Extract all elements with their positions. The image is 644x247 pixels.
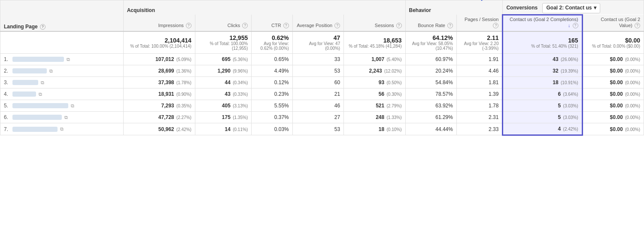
bounce-rate-help-icon[interactable]: ?	[447, 23, 453, 28]
landing-page-help-icon[interactable]: ?	[40, 24, 46, 30]
table-row: 3. ⧉ 37,398 (1.78%) 44 (0.34%) 0.12% 60 …	[0, 77, 644, 88]
row-clicks: 44 (0.34%)	[195, 77, 251, 88]
clicks-help-icon[interactable]: ?	[242, 23, 248, 28]
row-pages-session: 1.81	[456, 77, 503, 88]
copy-icon[interactable]: ⧉	[64, 115, 68, 120]
avg-position-help-icon[interactable]: ?	[334, 23, 340, 28]
table-row: 1. ⧉ 107,012 (5.09%) 695 (5.36%) 0.65% 3…	[0, 54, 644, 65]
row-sessions: 2,243 (12.02%)	[344, 65, 405, 77]
row-clicks: 43 (0.33%)	[195, 88, 251, 100]
pages-session-header: Pages / Session ?	[456, 15, 503, 31]
row-avg-position: 27	[292, 112, 343, 123]
table-body: 1. ⧉ 107,012 (5.09%) 695 (5.36%) 0.65% 3…	[0, 54, 644, 135]
row-pages-session: 2.31	[456, 112, 503, 123]
row-ctr: 0.65%	[252, 54, 293, 65]
landing-page-url[interactable]	[12, 68, 47, 73]
clicks-header: Clicks ?	[195, 15, 251, 31]
chevron-down-icon: ▾	[594, 5, 596, 12]
copy-icon[interactable]: ⧉	[39, 91, 42, 97]
goal-value-help-icon[interactable]: ?	[635, 23, 640, 28]
row-bounce-rate: 44.44%	[405, 123, 456, 135]
row-landing-cell: 4. ⧉	[0, 88, 124, 100]
row-impressions: 37,398 (1.78%)	[123, 77, 195, 88]
behavior-group-header: Behavior	[405, 0, 503, 15]
ctr-header: CTR ?	[252, 15, 293, 31]
row-sessions: 18 (0.10%)	[344, 123, 405, 135]
row-completions: 5 (3.03%)	[503, 100, 582, 112]
totals-bounce: 64.12% Avg for View: 58.05% (10.47%)	[405, 31, 456, 54]
impressions-help-icon[interactable]: ?	[186, 23, 191, 28]
row-goal-value: $0.00 (0.00%)	[582, 112, 644, 123]
row-completions: 5 (3.03%)	[503, 112, 582, 123]
pages-session-help-icon[interactable]: ?	[493, 23, 498, 28]
impressions-header: Impressions ?	[123, 15, 195, 31]
row-bounce-rate: 60.97%	[405, 54, 456, 65]
row-sessions: 248 (1.33%)	[344, 112, 405, 123]
completions-help-icon[interactable]: ?	[573, 23, 578, 28]
row-ctr: 5.55%	[252, 100, 293, 112]
row-pages-session: 1.39	[456, 88, 503, 100]
totals-clicks: 12,955 % of Total: 100.00% (12,955)	[195, 31, 251, 54]
totals-row: 2,104,414 % of Total: 100.00% (2,104,414…	[0, 31, 644, 54]
totals-landing-cell	[0, 31, 124, 54]
row-pages-session: 1.91	[456, 54, 503, 65]
copy-icon[interactable]: ⧉	[60, 126, 64, 132]
analytics-table-wrapper: Landing Page ? Acquisition Behavior	[0, 0, 644, 136]
row-avg-position: 53	[292, 65, 343, 77]
row-avg-position: 53	[292, 123, 343, 135]
row-ctr: 0.23%	[252, 88, 293, 100]
totals-pages: 2.11 Avg for View: 2.20 (-3.99%)	[456, 31, 503, 54]
row-ctr: 0.12%	[252, 77, 293, 88]
totals-avg-position: 47 Avg for View: 47 (0.00%)	[292, 31, 343, 54]
sessions-help-icon[interactable]: ?	[396, 23, 402, 28]
row-bounce-rate: 78.57%	[405, 88, 456, 100]
landing-page-url[interactable]	[12, 91, 36, 97]
landing-page-url[interactable]	[12, 115, 62, 120]
row-number: 1.	[4, 56, 10, 62]
row-avg-position: 46	[292, 100, 343, 112]
totals-goal-value: $0.00 % of Total: 0.00% ($0.00)	[582, 31, 644, 54]
row-avg-position: 33	[292, 54, 343, 65]
row-landing-cell: 3. ⧉	[0, 77, 124, 88]
row-impressions: 18,931 (0.90%)	[123, 88, 195, 100]
ctr-help-icon[interactable]: ?	[283, 23, 289, 28]
copy-icon[interactable]: ⧉	[49, 68, 53, 74]
group-header-row: Landing Page ? Acquisition Behavior	[0, 0, 644, 15]
row-number: 5.	[4, 103, 10, 109]
row-impressions: 107,012 (5.09%)	[123, 54, 195, 65]
bounce-rate-header: Bounce Rate ?	[405, 15, 456, 31]
row-ctr: 0.03%	[252, 123, 293, 135]
copy-icon[interactable]: ⧉	[41, 80, 44, 85]
row-completions: 43 (26.06%)	[503, 54, 582, 65]
row-clicks: 695 (5.36%)	[195, 54, 251, 65]
row-avg-position: 21	[292, 88, 343, 100]
row-clicks: 14 (0.11%)	[195, 123, 251, 135]
totals-impressions: 2,104,414 % of Total: 100.00% (2,104,414…	[123, 31, 195, 54]
goal-dropdown[interactable]: Goal 2: Contact us ▾	[542, 3, 600, 13]
copy-icon[interactable]: ⧉	[71, 103, 74, 109]
sort-down-icon: ↓	[568, 23, 571, 28]
row-avg-position: 60	[292, 77, 343, 88]
table-row: 5. ⧉ 7,293 (0.35%) 405 (3.13%) 5.55% 46 …	[0, 100, 644, 112]
totals-ctr: 0.62% Avg for View: 0.62% (0.00%)	[252, 31, 293, 54]
table-row: 7. ⧉ 50,962 (2.42%) 14 (0.11%) 0.03% 53 …	[0, 123, 644, 135]
row-clicks: 1,290 (9.96%)	[195, 65, 251, 77]
row-goal-value: $0.00 (0.00%)	[582, 77, 644, 88]
copy-icon[interactable]: ⧉	[67, 57, 70, 62]
row-completions: 4 (2.42%)	[503, 123, 582, 135]
completions-header: Contact us (Goal 2 Completions) ↓ ?	[503, 15, 582, 31]
table-row: 2. ⧉ 28,699 (1.36%) 1,290 (9.96%) 4.49% …	[0, 65, 644, 77]
landing-page-url[interactable]	[12, 57, 64, 62]
row-pages-session: 4.46	[456, 65, 503, 77]
row-number: 4.	[4, 91, 10, 97]
landing-page-url[interactable]	[12, 80, 38, 85]
row-bounce-rate: 61.29%	[405, 112, 456, 123]
landing-page-url[interactable]	[12, 127, 58, 132]
row-number: 2.	[4, 68, 10, 74]
row-sessions: 93 (0.50%)	[344, 77, 405, 88]
row-sessions: 1,007 (5.40%)	[344, 54, 405, 65]
landing-page-url[interactable]	[12, 103, 68, 108]
table-row: 4. ⧉ 18,931 (0.90%) 43 (0.33%) 0.23% 21 …	[0, 88, 644, 100]
row-landing-cell: 1. ⧉	[0, 54, 124, 65]
landing-page-header: Landing Page ?	[0, 0, 124, 32]
